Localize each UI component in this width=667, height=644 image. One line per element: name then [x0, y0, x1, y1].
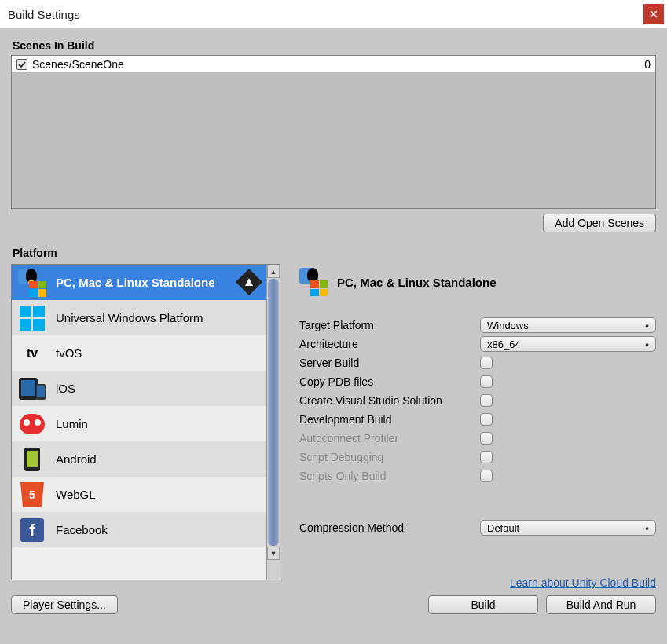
scene-row[interactable]: Scenes/SceneOne 0 — [12, 56, 655, 73]
scenes-header: Scenes In Build — [13, 39, 656, 52]
architecture-label: Architecture — [299, 338, 480, 350]
option-label: Scripts Only Build — [299, 470, 480, 482]
chevron-updown-icon: ♦ — [645, 340, 649, 349]
close-button[interactable] — [643, 4, 664, 24]
platform-label: iOS — [56, 382, 75, 395]
close-icon — [650, 10, 658, 18]
scroll-thumb[interactable] — [268, 279, 279, 546]
platform-item-webgl[interactable]: 5 WebGL — [12, 477, 266, 512]
platform-label: WebGL — [56, 488, 96, 501]
target-platform-select[interactable]: Windows ♦ — [480, 317, 656, 333]
option-label: Create Visual Studio Solution — [299, 394, 480, 407]
android-icon — [18, 445, 46, 474]
platform-label: Universal Windows Platform — [56, 311, 203, 324]
facebook-icon: f — [18, 516, 46, 544]
standalone-icon — [299, 268, 328, 296]
development-build-row: Development Build — [299, 410, 656, 429]
ios-icon — [18, 375, 46, 403]
standalone-icon — [18, 269, 46, 297]
learn-cloud-build-link[interactable]: Learn about Unity Cloud Build — [299, 576, 656, 589]
option-label: Server Build — [299, 357, 480, 369]
platform-label: Android — [56, 452, 97, 466]
window-title: Build Settings — [8, 8, 80, 21]
copy-pdb-row: Copy PDB files — [299, 372, 656, 391]
platform-scrollbar[interactable]: ▲ ▼ — [266, 265, 280, 580]
target-platform-label: Target Platform — [299, 319, 480, 331]
autoconnect-profiler-row: Autoconnect Profiler — [299, 429, 656, 448]
script-debugging-row: Script Debugging — [299, 448, 656, 467]
compression-label: Compression Method — [299, 521, 480, 534]
build-button[interactable]: Build — [428, 595, 538, 614]
create-vs-solution-checkbox[interactable] — [480, 394, 493, 407]
scene-path: Scenes/SceneOne — [32, 58, 124, 71]
lumin-icon — [18, 410, 46, 438]
scenes-list[interactable]: Scenes/SceneOne 0 — [11, 55, 656, 209]
architecture-select[interactable]: x86_64 ♦ — [480, 336, 656, 352]
option-label: Copy PDB files — [299, 375, 480, 388]
chevron-updown-icon: ♦ — [645, 321, 649, 330]
details-title: PC, Mac & Linux Standalone — [337, 276, 497, 289]
architecture-value: x86_64 — [487, 338, 521, 350]
platform-item-lumin[interactable]: Lumin — [12, 406, 266, 441]
platform-list: PC, Mac & Linux Standalone Universal Win… — [11, 264, 280, 580]
compression-value: Default — [487, 522, 519, 534]
platform-label: tvOS — [56, 346, 82, 360]
bottom-bar: Player Settings... Build Build And Run — [11, 595, 656, 614]
platform-item-ios[interactable]: iOS — [12, 371, 266, 406]
compression-select[interactable]: Default ♦ — [480, 520, 656, 536]
platform-item-facebook[interactable]: f Facebook — [12, 512, 266, 547]
platform-item-standalone[interactable]: PC, Mac & Linux Standalone — [12, 265, 266, 300]
compression-row: Compression Method Default ♦ — [299, 518, 656, 537]
autoconnect-profiler-checkbox — [480, 432, 493, 445]
scripts-only-build-checkbox — [480, 470, 493, 482]
scene-index: 0 — [644, 58, 651, 71]
server-build-row: Server Build — [299, 353, 656, 372]
option-label: Development Build — [299, 413, 480, 426]
copy-pdb-checkbox[interactable] — [480, 375, 493, 388]
scroll-up-arrow-icon[interactable]: ▲ — [267, 265, 280, 278]
platform-label: Facebook — [56, 523, 108, 536]
platform-header: Platform — [13, 247, 656, 259]
details-header: PC, Mac & Linux Standalone — [299, 265, 656, 298]
player-settings-button[interactable]: Player Settings... — [11, 595, 118, 614]
unity-icon — [240, 273, 260, 293]
architecture-row: Architecture x86_64 ♦ — [299, 335, 656, 353]
option-label: Script Debugging — [299, 451, 480, 463]
platform-item-tvos[interactable]: tv tvOS — [12, 335, 266, 371]
build-and-run-button[interactable]: Build And Run — [546, 595, 656, 614]
platform-item-android[interactable]: Android — [12, 441, 266, 477]
windows-icon — [18, 304, 46, 332]
target-platform-row: Target Platform Windows ♦ — [299, 316, 656, 335]
titlebar: Build Settings — [0, 0, 667, 28]
scripts-only-build-row: Scripts Only Build — [299, 467, 656, 485]
scroll-down-arrow-icon[interactable]: ▼ — [267, 547, 280, 560]
create-vs-solution-row: Create Visual Studio Solution — [299, 391, 656, 410]
platform-label: PC, Mac & Linux Standalone — [56, 276, 215, 289]
server-build-checkbox[interactable] — [480, 357, 493, 369]
tvos-icon: tv — [18, 339, 46, 368]
check-icon — [18, 60, 26, 68]
development-build-checkbox[interactable] — [480, 413, 493, 426]
target-platform-value: Windows — [487, 320, 529, 331]
platform-details: PC, Mac & Linux Standalone Target Platfo… — [296, 264, 656, 589]
webgl-icon: 5 — [18, 481, 46, 509]
platform-label: Lumin — [56, 417, 88, 430]
scene-checkbox[interactable] — [16, 59, 27, 70]
script-debugging-checkbox — [480, 451, 493, 463]
chevron-updown-icon: ♦ — [645, 524, 649, 532]
platform-item-uwp[interactable]: Universal Windows Platform — [12, 300, 266, 335]
option-label: Autoconnect Profiler — [299, 432, 480, 445]
add-open-scenes-button[interactable]: Add Open Scenes — [543, 214, 656, 232]
client-area: Scenes In Build Scenes/SceneOne 0 Add Op… — [0, 28, 667, 644]
